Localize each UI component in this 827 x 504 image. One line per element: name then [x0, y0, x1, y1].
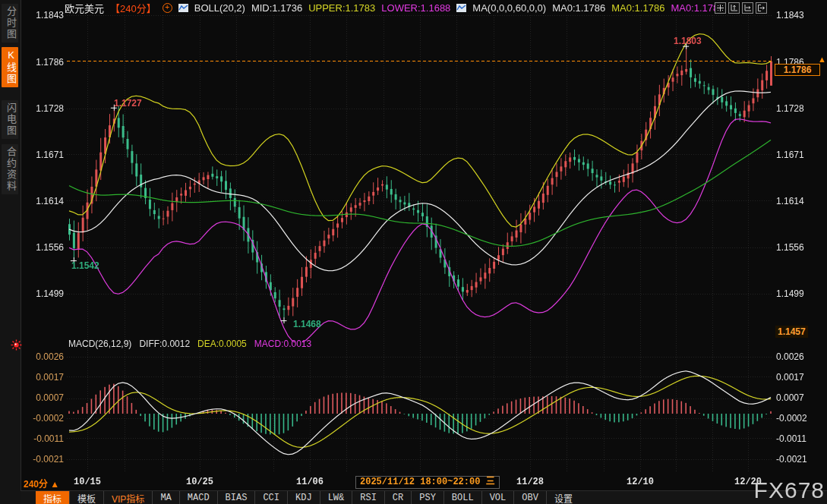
price-axis-label-right: 1.1614	[776, 196, 825, 206]
boll-indicator-icon	[178, 4, 188, 12]
toolbar-tab-lw[interactable]: LW&	[320, 491, 352, 504]
toolbar-tab-[interactable]: 指标	[36, 491, 69, 504]
date-tick: 11/06	[283, 477, 336, 487]
price-axis-label-left: -0.0011	[15, 433, 64, 444]
toolbar-tab-rsi[interactable]: RSI	[352, 491, 384, 504]
price-axis-label-left: 0.0017	[15, 372, 64, 383]
date-tick: 10/15	[61, 477, 114, 487]
toolbar-tab-cci[interactable]: CCI	[254, 491, 287, 504]
period-switcher[interactable]: 240分 ▲	[24, 477, 59, 490]
boll-name: BOLL(20,2)	[194, 2, 245, 14]
toolbar-tab-bias[interactable]: BIAS	[217, 491, 255, 504]
toolbar-tab-ma[interactable]: MA	[152, 491, 178, 504]
macd-diff-value: DIFF:0.0012	[139, 339, 190, 349]
toolbar-tab-cr[interactable]: CR	[384, 491, 411, 504]
date-tick: 10/25	[173, 477, 226, 487]
toolbar-tab-psy[interactable]: PSY	[411, 491, 443, 504]
kline-macd-chart[interactable]	[0, 0, 827, 504]
ma0-yellow-value: MA0:1.1786	[611, 2, 664, 14]
toolbar-tab-vip[interactable]: VIP指标	[103, 491, 152, 504]
price-up-arrow-icon: ▲	[818, 55, 826, 64]
session-low-tag: 1.1457	[775, 326, 808, 338]
price-axis-label-right: -0.0002	[776, 413, 825, 424]
trading-app-window: 分时图K线图闪电图合约资料 欧元美元 【240分】 + BOLL(20,2) M…	[0, 0, 827, 504]
extreme-price-annotation: 1.1727	[114, 98, 142, 109]
price-axis-label-right: 0.0007	[776, 392, 825, 403]
toolbar-tab-[interactable]: 模板	[69, 491, 103, 504]
price-axis-label-right: -0.0021	[776, 454, 825, 465]
price-axis-label-left: 1.1499	[15, 288, 64, 299]
price-axis-label-right: 1.1556	[776, 242, 825, 253]
period-label[interactable]: 【240分】	[110, 1, 156, 15]
toolbar-tab-[interactable]: 设置	[546, 491, 580, 504]
extreme-price-annotation: 1.1468	[293, 319, 321, 329]
price-axis-label-left: 0.0007	[15, 392, 64, 403]
zoom-y-axis-icon[interactable]	[728, 2, 740, 14]
boll-lower-value: LOWER:1.1688	[381, 2, 450, 14]
macd-macd-value: MACD:0.0013	[254, 339, 311, 349]
indicator-toolbar: 指标模板VIP指标MAMACDBIASCCIKDJLW&RSICRPSYBOLL…	[21, 490, 827, 504]
price-axis-label-left: 1.1614	[15, 196, 64, 206]
ma-name: MA(0,0,0,60,0,0)	[472, 2, 546, 14]
extreme-price-annotation: 1.1542	[71, 260, 99, 271]
date-axis: 240分 ▲ 10/1510/2511/0611/2812/1012/20 20…	[21, 475, 827, 490]
price-axis-label-right: 1.1671	[776, 150, 825, 160]
price-axis-label-left: -0.0021	[15, 454, 64, 465]
symbol-name: 欧元美元	[65, 1, 104, 15]
price-axis-label-right: -0.0011	[776, 433, 825, 444]
macd-legend: MACD(26,12,9) DIFF:0.0012 DEA:0.0005 MAC…	[68, 339, 311, 349]
price-axis-label-left: 1.1556	[15, 242, 64, 253]
toolbar-tab-macd[interactable]: MACD	[179, 491, 217, 504]
toolbar-tab-kdj[interactable]: KDJ	[287, 491, 320, 504]
exit-fullscreen-icon[interactable]	[756, 2, 767, 14]
hovered-bar-time: 2025/11/12 18:00~22:00 三	[355, 476, 500, 489]
price-axis-label-left: 0.0026	[15, 351, 64, 362]
ma0-white-value: MA0:1.1786	[552, 2, 605, 14]
chart-legend-bar: 欧元美元 【240分】 + BOLL(20,2) MID:1.1736 UPPE…	[21, 0, 827, 15]
zoom-x-axis-icon[interactable]	[742, 2, 753, 14]
price-axis-label-left: 1.1786	[15, 57, 64, 68]
price-axis-label-right: 1.1499	[776, 288, 825, 299]
current-price-tag: 1.1786	[775, 64, 820, 76]
price-axis-label-left: -0.0002	[15, 413, 64, 424]
macd-dea-value: DEA:0.0005	[197, 339, 247, 349]
add-indicator-icon[interactable]: +	[163, 3, 172, 13]
date-tick: 11/28	[503, 477, 557, 487]
watermark: FX678	[754, 477, 825, 503]
crosshair-icon[interactable]	[715, 2, 726, 14]
date-tick: 12/10	[614, 477, 667, 487]
toolbar-tab-boll[interactable]: BOLL	[443, 491, 481, 504]
price-axis-label-right: 0.0026	[776, 351, 825, 362]
ma-indicator-icon	[456, 4, 466, 12]
macd-name: MACD(26,12,9)	[68, 339, 131, 349]
price-axis-label-right: 0.0017	[776, 372, 825, 383]
price-alert-icon[interactable]	[11, 339, 22, 354]
toolbar-tab-vol[interactable]: VOL	[481, 491, 514, 504]
boll-upper-value: UPPER:1.1783	[308, 2, 375, 14]
chart-tool-icons	[715, 2, 767, 14]
extreme-price-annotation: 1.1803	[674, 36, 702, 46]
price-axis-label-left: 1.1728	[15, 103, 64, 114]
boll-mid-value: MID:1.1736	[251, 2, 302, 14]
price-axis-label-left: 1.1671	[15, 150, 64, 160]
toolbar-tab-obv[interactable]: OBV	[513, 491, 546, 504]
price-axis-label-right: 1.1728	[776, 103, 825, 114]
